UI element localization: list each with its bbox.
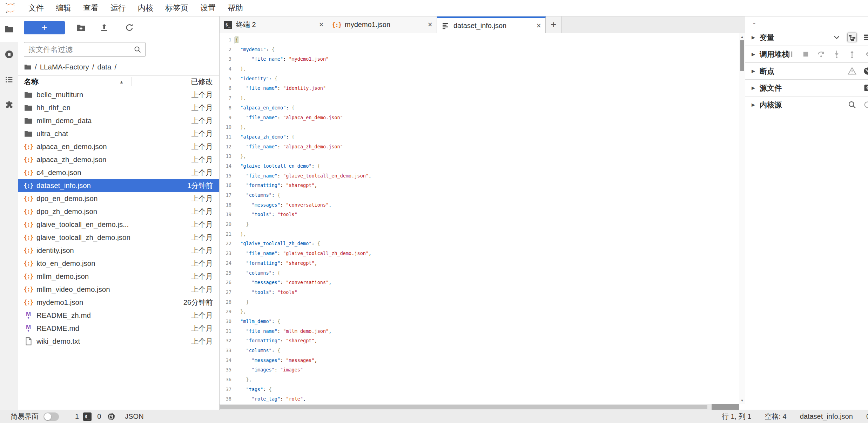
menu-item-3[interactable]: 运行 (105, 3, 132, 13)
search-icon[interactable] (847, 100, 857, 109)
file-row[interactable]: M▼README_zh.md上个月 (18, 309, 219, 322)
table-view-icon[interactable] (863, 33, 868, 42)
file-row[interactable]: {:}mllm_video_demo.json上个月 (18, 283, 219, 296)
stop-icon[interactable] (801, 49, 810, 59)
upload-icon[interactable] (99, 23, 109, 33)
collapse-caret-icon[interactable]: ▶ (752, 52, 755, 57)
terminal-count[interactable]: 1 (75, 412, 79, 421)
filter-files-input[interactable]: 按文件名过滤 (24, 42, 146, 57)
file-row[interactable]: M▼README.md上个月 (18, 322, 219, 335)
debugger-section-0[interactable]: ▶变量 (745, 29, 868, 46)
refresh-icon[interactable] (125, 23, 134, 33)
vertical-scrollbar[interactable]: ▲ ▼ (739, 33, 745, 404)
file-row[interactable]: hh_rlhf_en上个月 (18, 101, 219, 114)
simple-mode-toggle[interactable] (43, 412, 59, 421)
code-line: 18 "messages": "conversations", (220, 200, 739, 210)
file-row[interactable]: belle_multiturn上个月 (18, 88, 219, 101)
file-row[interactable]: {:}dpo_zh_demo.json上个月 (18, 205, 219, 218)
kernel-chip-icon[interactable] (107, 412, 116, 421)
horizontal-scrollbar-thumb[interactable] (220, 405, 707, 409)
debugger-section-4[interactable]: ▶内核源 (745, 96, 868, 113)
debugger-section-3[interactable]: ▶源文件 (745, 80, 868, 96)
column-header-modified[interactable]: 已修改 (132, 77, 219, 87)
file-row[interactable]: {:}c4_demo.json上个月 (18, 166, 219, 179)
step-over-icon[interactable] (816, 49, 826, 59)
collapse-caret-icon[interactable]: ▶ (752, 35, 755, 40)
menu-item-1[interactable]: 编辑 (50, 3, 77, 13)
sidebar-tab-toc[interactable] (0, 67, 18, 92)
tab-dataset_info.json[interactable]: dataset_info.json× (437, 16, 546, 33)
file-row[interactable]: mllm_demo_data上个月 (18, 114, 219, 127)
cursor-position[interactable]: 行 1, 列 1 (722, 412, 751, 421)
sidebar-tab-extensions[interactable] (0, 92, 18, 118)
debugger-section-2[interactable]: ▶断点 (745, 63, 868, 80)
tree-view-icon[interactable] (847, 33, 857, 42)
file-row[interactable]: {:}alpaca_en_demo.json上个月 (18, 140, 219, 153)
collapse-caret-icon[interactable]: ▶ (752, 68, 755, 74)
sort-ascending-icon[interactable]: ▲ (119, 79, 124, 85)
kernel-count[interactable]: 0 (97, 412, 101, 421)
file-row[interactable]: {:}kto_en_demo.json上个月 (18, 257, 219, 270)
close-icon[interactable]: × (319, 20, 324, 29)
new-launcher-button[interactable]: + (24, 21, 65, 34)
line-number: 2 (220, 45, 231, 55)
chevron-left-icon[interactable] (863, 49, 868, 59)
breadcrumb-item-0[interactable]: LLaMA-Factory (40, 63, 89, 71)
breadcrumb-item-1[interactable]: data (97, 63, 112, 71)
column-header-name[interactable]: 名称 (18, 77, 119, 87)
menu-item-6[interactable]: 设置 (194, 3, 222, 13)
indent-setting[interactable]: 空格: 4 (765, 412, 786, 421)
file-list-header[interactable]: 名称 ▲ 已修改 (18, 75, 219, 88)
home-folder-icon[interactable] (24, 63, 32, 71)
collapse-caret-icon[interactable]: ▶ (752, 102, 755, 107)
sidebar-tab-running[interactable] (0, 42, 18, 67)
menu-item-4[interactable]: 内核 (132, 3, 159, 13)
open-source-icon[interactable] (863, 83, 868, 93)
file-row[interactable]: wiki_demo.txt上个月 (18, 335, 219, 348)
file-row[interactable]: {:}dataset_info.json1分钟前 (18, 179, 219, 192)
pause-icon[interactable] (786, 49, 795, 59)
tab-mydemo1.json[interactable]: {:}mydemo1.json× (328, 16, 437, 33)
file-row[interactable]: {:}dpo_en_demo.json上个月 (18, 192, 219, 205)
new-folder-icon[interactable] (76, 23, 86, 33)
menu-item-7[interactable]: 帮助 (222, 3, 249, 13)
scroll-up-icon[interactable]: ▲ (739, 34, 745, 40)
file-row[interactable]: ultra_chat上个月 (18, 127, 219, 140)
debugger-section-1[interactable]: ▶调用堆栈 (745, 46, 868, 63)
language-mode[interactable]: JSON (125, 412, 143, 421)
horizontal-scrollbar[interactable] (220, 404, 739, 410)
json-file-icon: {:} (24, 298, 33, 307)
collapse-caret-icon[interactable]: ▶ (752, 85, 755, 90)
section-label: 调用堆栈 (760, 49, 789, 59)
file-row[interactable]: {:}alpaca_zh_demo.json上个月 (18, 153, 219, 166)
step-in-icon[interactable] (832, 49, 841, 59)
file-name: kto_en_demo.json (36, 259, 95, 268)
file-row[interactable]: {:}mydemo1.json26分钟前 (18, 296, 219, 309)
close-icon[interactable]: × (537, 21, 541, 31)
close-icon[interactable]: × (428, 20, 432, 29)
breadcrumb[interactable]: /LLaMA-Factory/data/ (24, 61, 116, 73)
activity-bar (0, 16, 18, 410)
menu-item-2[interactable]: 查看 (77, 3, 105, 13)
sidebar-tab-files[interactable] (0, 16, 18, 42)
warning-icon[interactable] (847, 66, 857, 76)
step-out-icon[interactable] (847, 49, 857, 59)
code-line: 38 "role_tag": "role", (220, 394, 739, 404)
file-row[interactable]: {:}glaive_toolcall_en_demo.js...上个月 (18, 218, 219, 231)
menu-item-5[interactable]: 标签页 (159, 3, 194, 13)
file-row[interactable]: {:}identity.json上个月 (18, 244, 219, 257)
close-all-icon[interactable] (863, 66, 868, 76)
vertical-scrollbar-thumb[interactable] (740, 40, 744, 71)
code-editor[interactable]: 1{2 "mydemo1": {3 "file_name": "mydemo1.… (220, 33, 739, 404)
menu-item-0[interactable]: 文件 (22, 3, 50, 13)
new-tab-button[interactable]: + (546, 16, 562, 33)
terminal-icon[interactable]: $_ (83, 412, 92, 421)
refresh-circle-icon[interactable] (863, 100, 868, 109)
file-row[interactable]: {:}mllm_demo.json上个月 (18, 270, 219, 283)
line-number: 34 (220, 356, 231, 365)
scroll-down-icon[interactable]: ▼ (739, 398, 745, 403)
folder-file-icon (24, 129, 33, 138)
chevron-down-icon[interactable] (832, 33, 841, 42)
file-row[interactable]: {:}glaive_toolcall_zh_demo.json上个月 (18, 231, 219, 244)
tab-终端 2[interactable]: $_终端 2× (220, 16, 328, 33)
